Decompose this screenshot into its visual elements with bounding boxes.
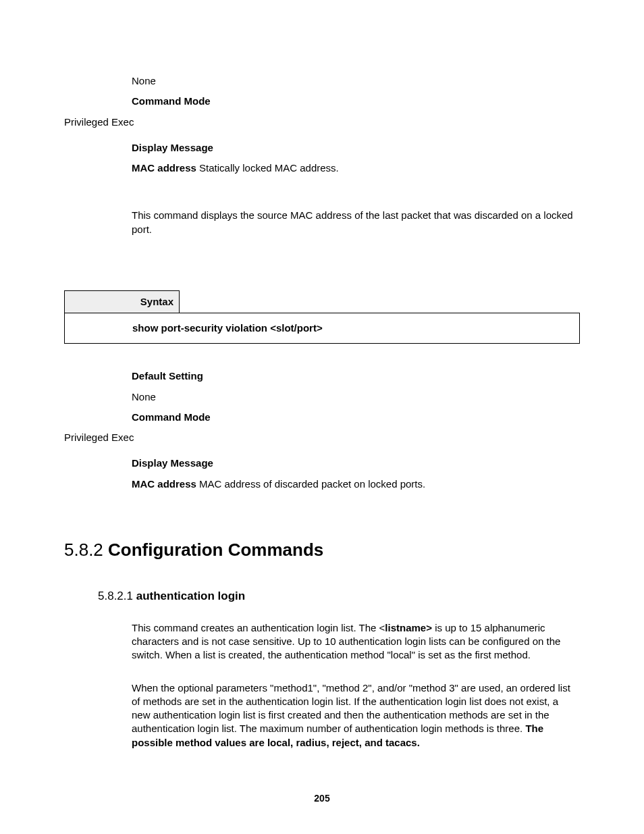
syntax-label: Syntax <box>65 290 180 313</box>
block2-mac-text: MAC address of discarded packet on locke… <box>196 478 425 490</box>
block1-display-message-label: Display Message <box>132 141 580 155</box>
subsection-heading: 5.8.2.1 authentication login <box>98 589 580 604</box>
auth-p1-listname: listname> <box>385 622 432 633</box>
subsection-number: 5.8.2.1 <box>98 590 136 602</box>
block2-command-mode-value: Privileged Exec <box>64 431 580 444</box>
block2-command-mode-label: Command Mode <box>132 411 580 424</box>
block1-mac-text: Statically locked MAC address. <box>196 162 339 174</box>
block1-mac-label: MAC address <box>132 162 196 174</box>
auth-paragraph-2: When the optional parameters "method1", … <box>132 681 576 750</box>
auth-paragraph-1: This command creates an authentication l… <box>132 621 576 662</box>
page: None Command Mode Privileged Exec Displa… <box>0 0 644 834</box>
block1-description: This command displays the source MAC add… <box>132 209 576 236</box>
block1-none: None <box>132 74 580 88</box>
syntax-header-row: Syntax <box>65 290 580 313</box>
block1-command-mode-label: Command Mode <box>132 95 580 108</box>
subsection-title: authentication login <box>136 590 246 602</box>
section-title: Configuration Commands <box>108 540 323 560</box>
auth-p2-a: When the optional parameters "method1", … <box>132 682 570 735</box>
block2-default-label: Default Setting <box>132 369 580 383</box>
block1-command-mode-value: Privileged Exec <box>64 115 580 129</box>
block1-mac-line: MAC address Statically locked MAC addres… <box>132 161 580 175</box>
block2-mac-label: MAC address <box>132 478 196 490</box>
syntax-command: show port-security violation <slot/port> <box>65 313 580 344</box>
section-number: 5.8.2 <box>64 540 108 560</box>
content: None Command Mode Privileged Exec Displa… <box>64 74 580 750</box>
page-number: 205 <box>0 793 644 804</box>
block2-default-value: None <box>132 390 580 404</box>
block2-mac-line: MAC address MAC address of discarded pac… <box>132 477 580 491</box>
syntax-body-row: show port-security violation <slot/port> <box>65 313 580 344</box>
block2-display-message-label: Display Message <box>132 457 580 470</box>
auth-p1-a: This command creates an authentication l… <box>132 622 385 633</box>
section-heading: 5.8.2 Configuration Commands <box>64 538 580 562</box>
syntax-table: Syntax show port-security violation <slo… <box>64 290 580 344</box>
